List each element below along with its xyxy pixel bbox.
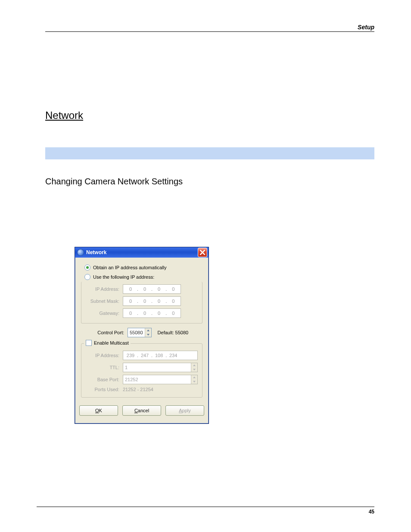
cancel-button[interactable]: Cancel xyxy=(122,405,161,416)
dialog-titlebar[interactable]: Network xyxy=(75,247,209,258)
subsection-band xyxy=(45,147,374,159)
spinner-controls[interactable] xyxy=(191,375,197,384)
multicast-ttl-value: 1 xyxy=(123,363,191,372)
multicast-ttl-row: TTL: 1 xyxy=(86,363,198,372)
ip-octet: 234 xyxy=(168,353,179,358)
ip-octet: 0 xyxy=(168,299,179,304)
close-button[interactable] xyxy=(198,248,207,257)
ip-address-row: IP Address: 0. 0. 0. 0 xyxy=(86,284,198,294)
spin-down-icon[interactable] xyxy=(191,380,197,384)
spinner-controls[interactable] xyxy=(145,328,151,337)
ip-octet: 239 xyxy=(125,353,136,358)
radio-obtain-auto-label: Obtain an IP address automatically xyxy=(93,265,166,270)
gateway-row: Gateway: 0. 0. 0. 0 xyxy=(86,308,198,318)
control-port-label: Control Port: xyxy=(81,330,124,335)
radio-icon xyxy=(84,274,90,280)
page-footer: 45 xyxy=(37,507,374,515)
spinner-controls[interactable] xyxy=(191,363,197,372)
app-icon xyxy=(78,249,84,255)
ip-octet: 0 xyxy=(153,311,165,316)
ip-octet: 0 xyxy=(125,299,136,304)
multicast-ip-row: IP Address: 239. 247. 108. 234 xyxy=(86,351,198,360)
gateway-input[interactable]: 0. 0. 0. 0 xyxy=(123,308,181,318)
control-port-row: Control Port: 55080 Default: 55080 xyxy=(81,328,202,337)
multicast-ttl-input[interactable]: 1 xyxy=(123,363,198,372)
multicast-baseport-label: Base Port: xyxy=(86,377,119,382)
multicast-ip-label: IP Address: xyxy=(86,353,119,358)
ip-octet: 247 xyxy=(139,353,150,358)
subnet-mask-label: Subnet Mask: xyxy=(86,299,119,304)
radio-use-following[interactable]: Use the following IP address: xyxy=(84,274,202,280)
spin-up-icon[interactable] xyxy=(191,363,197,367)
network-dialog: Network Obtain an IP address automatical… xyxy=(75,247,209,424)
multicast-legend[interactable]: Enable Multicast xyxy=(84,340,131,346)
ip-octet: 0 xyxy=(139,299,150,304)
ip-octet: 0 xyxy=(153,299,165,304)
multicast-ttl-label: TTL: xyxy=(86,365,119,370)
control-port-default: Default: 55080 xyxy=(158,330,189,335)
ip-octet: 0 xyxy=(168,286,179,292)
radio-icon xyxy=(84,264,90,271)
multicast-ip-input[interactable]: 239. 247. 108. 234 xyxy=(123,351,198,360)
ip-octet: 108 xyxy=(153,353,165,358)
spin-up-icon[interactable] xyxy=(145,328,151,333)
multicast-portsused-row: Ports Used: 21252 - 21254 xyxy=(86,387,198,392)
multicast-portsused-value: 21252 - 21254 xyxy=(123,387,153,392)
control-port-input[interactable]: 55080 xyxy=(128,328,152,337)
control-port-value: 55080 xyxy=(128,328,145,337)
spin-down-icon[interactable] xyxy=(145,333,151,337)
ip-octet: 0 xyxy=(168,311,179,316)
multicast-baseport-input[interactable]: 21252 xyxy=(123,375,198,384)
dialog-button-row: OK Cancel Apply xyxy=(81,402,202,419)
static-ip-group: IP Address: 0. 0. 0. 0 Subnet Mask: 0. 0… xyxy=(81,282,202,324)
subnet-mask-row: Subnet Mask: 0. 0. 0. 0 xyxy=(86,296,198,306)
radio-obtain-auto[interactable]: Obtain an IP address automatically xyxy=(84,264,202,271)
section-title: Network xyxy=(45,109,374,121)
ok-button[interactable]: OK xyxy=(79,405,118,416)
radio-use-following-label: Use the following IP address: xyxy=(93,274,154,280)
multicast-group: Enable Multicast IP Address: 239. 247. 1… xyxy=(81,343,202,398)
close-icon xyxy=(200,250,205,255)
multicast-legend-label: Enable Multicast xyxy=(94,340,129,345)
header-section-label: Setup xyxy=(358,24,374,31)
spin-down-icon[interactable] xyxy=(191,367,197,372)
multicast-baseport-value: 21252 xyxy=(123,375,191,384)
multicast-baseport-row: Base Port: 21252 xyxy=(86,375,198,384)
dialog-title: Network xyxy=(86,249,195,255)
spin-up-icon[interactable] xyxy=(191,375,197,380)
subsection-title: Changing Camera Network Settings xyxy=(45,177,374,187)
multicast-portsused-label: Ports Used: xyxy=(86,387,119,392)
page-header: Setup xyxy=(45,24,374,32)
ip-address-input[interactable]: 0. 0. 0. 0 xyxy=(123,284,181,294)
ip-octet: 0 xyxy=(139,286,150,292)
ip-octet: 0 xyxy=(125,286,136,292)
ip-address-label: IP Address: xyxy=(86,286,119,292)
ip-octet: 0 xyxy=(125,311,136,316)
gateway-label: Gateway: xyxy=(86,311,119,316)
subnet-mask-input[interactable]: 0. 0. 0. 0 xyxy=(123,296,181,306)
page-number: 45 xyxy=(369,509,374,515)
ip-octet: 0 xyxy=(139,311,150,316)
ip-octet: 0 xyxy=(153,286,165,292)
apply-button[interactable]: Apply xyxy=(165,405,204,416)
multicast-checkbox[interactable] xyxy=(86,340,92,346)
